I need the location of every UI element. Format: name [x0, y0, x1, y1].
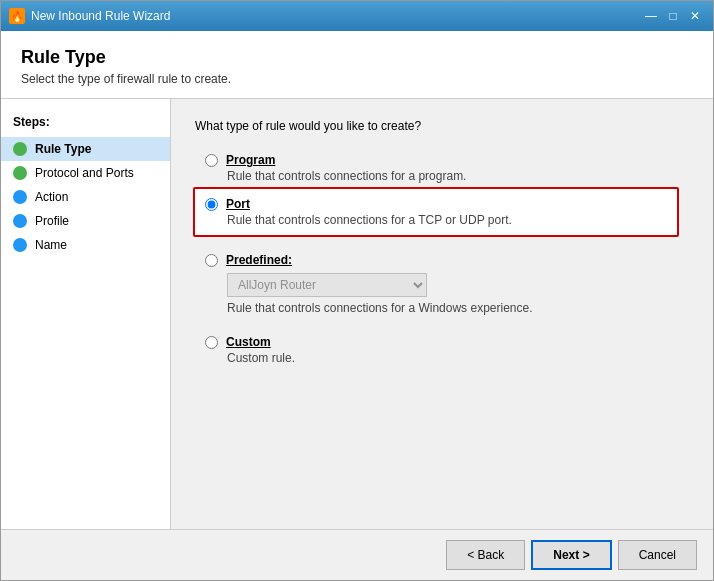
- program-label[interactable]: Program: [226, 153, 275, 167]
- port-label[interactable]: Port: [226, 197, 250, 211]
- custom-option: Custom Custom rule.: [195, 331, 689, 369]
- port-option: Port Rule that controls connections for …: [193, 187, 679, 237]
- step-dot-action: [13, 190, 27, 204]
- title-bar-controls: — □ ✕: [641, 6, 705, 26]
- page-header: Rule Type Select the type of firewall ru…: [1, 31, 713, 99]
- predefined-option: Predefined: AllJoyn Router Rule that con…: [195, 249, 689, 319]
- custom-description: Custom rule.: [227, 351, 679, 365]
- steps-label: Steps:: [1, 111, 170, 137]
- program-option: Program Rule that controls connections f…: [195, 149, 689, 187]
- right-panel: What type of rule would you like to crea…: [171, 99, 713, 529]
- step-dot-profile: [13, 214, 27, 228]
- window-title: New Inbound Rule Wizard: [31, 9, 641, 23]
- step-dot-protocol-ports: [13, 166, 27, 180]
- window-icon: 🔥: [9, 8, 25, 24]
- port-description: Rule that controls connections for a TCP…: [227, 213, 667, 227]
- wizard-window: 🔥 New Inbound Rule Wizard — □ ✕ Rule Typ…: [0, 0, 714, 581]
- predefined-radio[interactable]: [205, 254, 218, 267]
- custom-radio-row: Custom: [205, 335, 679, 349]
- custom-label[interactable]: Custom: [226, 335, 271, 349]
- program-description: Rule that controls connections for a pro…: [227, 169, 679, 183]
- next-button[interactable]: Next >: [531, 540, 611, 570]
- sidebar-item-profile[interactable]: Profile: [1, 209, 170, 233]
- step-label-name: Name: [35, 238, 67, 252]
- back-button[interactable]: < Back: [446, 540, 525, 570]
- sidebar-item-action[interactable]: Action: [1, 185, 170, 209]
- close-button[interactable]: ✕: [685, 6, 705, 26]
- maximize-button[interactable]: □: [663, 6, 683, 26]
- sidebar-item-rule-type[interactable]: Rule Type: [1, 137, 170, 161]
- page-title: Rule Type: [21, 47, 693, 68]
- page-subtitle: Select the type of firewall rule to crea…: [21, 72, 693, 86]
- predefined-radio-row: Predefined:: [205, 253, 679, 267]
- sidebar-item-name[interactable]: Name: [1, 233, 170, 257]
- predefined-description: Rule that controls connections for a Win…: [227, 301, 679, 315]
- predefined-dropdown-container: AllJoyn Router: [227, 273, 427, 297]
- program-radio-row: Program: [205, 153, 679, 167]
- predefined-select[interactable]: AllJoyn Router: [227, 273, 427, 297]
- step-label-action: Action: [35, 190, 68, 204]
- cancel-button[interactable]: Cancel: [618, 540, 697, 570]
- step-dot-name: [13, 238, 27, 252]
- step-label-rule-type: Rule Type: [35, 142, 91, 156]
- minimize-button[interactable]: —: [641, 6, 661, 26]
- program-radio[interactable]: [205, 154, 218, 167]
- predefined-label[interactable]: Predefined:: [226, 253, 292, 267]
- footer: < Back Next > Cancel: [1, 529, 713, 580]
- sidebar-item-protocol-ports[interactable]: Protocol and Ports: [1, 161, 170, 185]
- custom-radio[interactable]: [205, 336, 218, 349]
- step-label-profile: Profile: [35, 214, 69, 228]
- main-content: Steps: Rule Type Protocol and Ports Acti…: [1, 99, 713, 529]
- question-text: What type of rule would you like to crea…: [195, 119, 689, 133]
- step-label-protocol-ports: Protocol and Ports: [35, 166, 134, 180]
- content-area: Rule Type Select the type of firewall ru…: [1, 31, 713, 580]
- title-bar: 🔥 New Inbound Rule Wizard — □ ✕: [1, 1, 713, 31]
- step-dot-rule-type: [13, 142, 27, 156]
- port-radio[interactable]: [205, 198, 218, 211]
- port-radio-row: Port: [205, 197, 667, 211]
- sidebar: Steps: Rule Type Protocol and Ports Acti…: [1, 99, 171, 529]
